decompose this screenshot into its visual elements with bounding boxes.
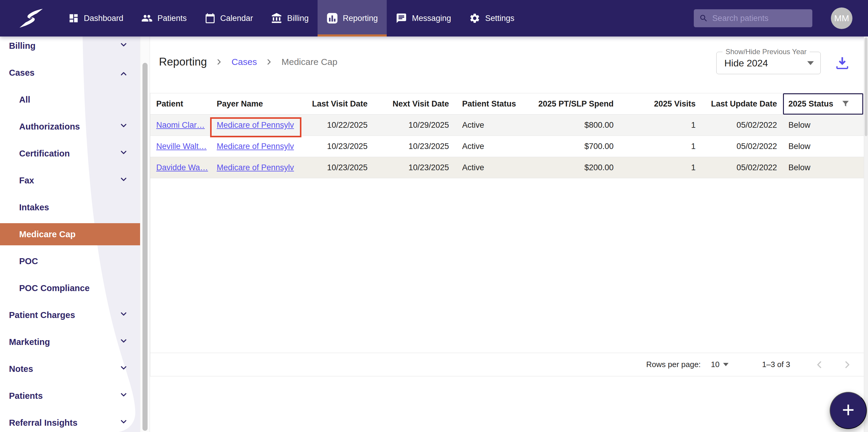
- chevron-down-icon[interactable]: [119, 148, 128, 159]
- nav-item-label: Calendar: [220, 14, 253, 23]
- sidebar-item-notes[interactable]: Notes: [0, 356, 150, 383]
- sidebar-scrollbar-thumb[interactable]: [143, 63, 148, 431]
- cell-cap_status: Below: [778, 142, 864, 151]
- sidebar-item-billing[interactable]: Billing: [0, 36, 150, 59]
- nav-item-patients[interactable]: Patients: [132, 0, 196, 36]
- column-header-patient[interactable]: Patient: [150, 99, 216, 109]
- sidebar-item-poc[interactable]: POC: [0, 248, 150, 275]
- column-header-label: 2025 Visits: [654, 99, 695, 108]
- sidebar-item-patient-charges[interactable]: Patient Charges: [0, 302, 150, 329]
- chevron-down-icon[interactable]: [119, 40, 128, 52]
- column-header-2025-visits[interactable]: 2025 Visits: [615, 99, 697, 109]
- sidebar-item-label: Marketing: [9, 337, 50, 347]
- table-pagination: Rows per page: 10 1–3 of 3: [150, 353, 864, 376]
- sidebar-item-cases[interactable]: Cases: [0, 59, 150, 86]
- chevron-up-icon[interactable]: [119, 67, 128, 78]
- sidebar-item-marketing[interactable]: Marketing: [0, 329, 150, 356]
- cell-next_visit: 10/23/2025: [369, 142, 450, 151]
- patient-link[interactable]: Naomi Clar…: [156, 121, 205, 130]
- rows-per-page-label: Rows per page:: [646, 360, 701, 369]
- previous-page-button[interactable]: [813, 359, 825, 370]
- nav-item-billing[interactable]: Billing: [262, 0, 317, 36]
- nav-item-label: Settings: [485, 14, 515, 23]
- patients-icon: [141, 12, 153, 24]
- nav-item-label: Dashboard: [84, 14, 123, 23]
- page-scrollbar-thumb[interactable]: [865, 37, 867, 136]
- chevron-down-icon: [807, 61, 814, 65]
- nav-item-reporting[interactable]: Reporting: [317, 0, 387, 36]
- column-header-patient-status[interactable]: Patient Status: [450, 99, 516, 109]
- cell-status: Active: [450, 163, 516, 172]
- page-scrollbar[interactable]: [864, 36, 868, 432]
- sidebar-item-referral-insights[interactable]: Referral Insights: [0, 409, 150, 432]
- reporting-sidebar: BillingCasesAllAuthorizationsCertificati…: [0, 36, 150, 432]
- payer-link[interactable]: Medicare of Pennsylv: [217, 142, 294, 151]
- column-header-next-visit-date[interactable]: Next Visit Date: [369, 99, 450, 109]
- sidebar-item-label: Certification: [19, 149, 70, 159]
- sidebar-item-authorizations[interactable]: Authorizations: [0, 113, 150, 140]
- cell-last_visit: 10/23/2025: [306, 142, 369, 151]
- nav-item-settings[interactable]: Settings: [460, 0, 524, 36]
- sidebar-item-label: Medicare Cap: [19, 229, 76, 239]
- show-hide-previous-year-select[interactable]: Show/Hide Previous Year Hide 2024: [716, 52, 821, 74]
- chevron-right-icon: [265, 58, 274, 66]
- chevron-down-icon[interactable]: [119, 121, 128, 132]
- rows-per-page-select[interactable]: 10: [711, 360, 728, 369]
- user-avatar[interactable]: MM: [831, 7, 852, 29]
- column-header-last-visit-date[interactable]: Last Visit Date: [306, 99, 369, 109]
- nav-item-label: Reporting: [343, 14, 378, 23]
- sidebar-item-patients[interactable]: Patients: [0, 383, 150, 409]
- sidebar-item-label: All: [19, 95, 30, 105]
- chevron-down-icon[interactable]: [119, 417, 128, 428]
- cell-status: Active: [450, 121, 516, 130]
- column-header-2025-pt-slp-spend[interactable]: 2025 PT/SLP Spend: [516, 99, 615, 109]
- breadcrumb-link-cases[interactable]: Cases: [231, 57, 257, 67]
- payer-link[interactable]: Medicare of Pennsylv: [217, 163, 294, 172]
- sidebar-item-medicare-cap[interactable]: Medicare Cap: [0, 223, 140, 245]
- column-header-last-update-date[interactable]: Last Update Date: [697, 99, 778, 109]
- column-header-2025-status[interactable]: 2025 Status: [778, 99, 864, 109]
- column-header-label: 2025 PT/SLP Spend: [538, 99, 614, 108]
- download-button[interactable]: [835, 55, 850, 71]
- cell-spend: $800.00: [516, 121, 615, 130]
- sidebar-scrollbar[interactable]: [140, 36, 150, 432]
- column-header-payer-name[interactable]: Payer Name: [216, 99, 306, 109]
- cell-cap_status: Below: [778, 121, 864, 130]
- sidebar-item-intakes[interactable]: Intakes: [0, 194, 150, 221]
- chevron-down-icon[interactable]: [119, 337, 128, 347]
- nav-right-group: MM: [694, 0, 868, 36]
- nav-item-messaging[interactable]: Messaging: [387, 0, 460, 36]
- select-value: Hide 2024: [724, 58, 768, 68]
- cell-patient: Davidde Wa…: [150, 163, 216, 172]
- sidebar-item-label: POC Compliance: [19, 283, 90, 293]
- nav-item-label: Billing: [287, 14, 309, 23]
- table-row[interactable]: Davidde Wa…Medicare of Pennsylv10/23/202…: [150, 157, 864, 178]
- sidebar-item-certification[interactable]: Certification: [0, 140, 150, 167]
- chevron-down-icon[interactable]: [119, 390, 128, 401]
- sidebar-item-poc-compliance[interactable]: POC Compliance: [0, 275, 150, 302]
- sidebar-item-all[interactable]: All: [0, 86, 150, 113]
- patient-link[interactable]: Davidde Wa…: [156, 163, 208, 172]
- chevron-down-icon[interactable]: [119, 175, 128, 186]
- sidebar-item-fax[interactable]: Fax: [0, 167, 150, 194]
- chevron-down-icon[interactable]: [119, 310, 128, 321]
- patient-link[interactable]: Neville Walt…: [156, 142, 207, 151]
- messaging-icon: [396, 12, 407, 24]
- next-page-button[interactable]: [842, 359, 853, 370]
- cell-patient: Neville Walt…: [150, 142, 216, 151]
- chevron-down-icon[interactable]: [119, 364, 128, 374]
- nav-item-dashboard[interactable]: Dashboard: [59, 0, 132, 36]
- payer-link[interactable]: Medicare of Pennsylv: [217, 121, 294, 130]
- filter-icon[interactable]: [841, 99, 850, 108]
- table-row[interactable]: Naomi Clar…Medicare of Pennsylv10/22/202…: [150, 114, 864, 136]
- medicare-cap-table: PatientPayer NameLast Visit DateNext Vis…: [150, 93, 864, 376]
- brand-s-icon: [17, 7, 45, 29]
- search-input[interactable]: [712, 14, 807, 23]
- nav-item-calendar[interactable]: Calendar: [196, 0, 262, 36]
- add-button[interactable]: +: [830, 392, 867, 429]
- cell-visits: 1: [615, 142, 697, 151]
- table-row[interactable]: Neville Walt…Medicare of Pennsylv10/23/2…: [150, 136, 864, 157]
- search-box[interactable]: [694, 9, 812, 27]
- sidebar-item-label: Cases: [9, 68, 34, 78]
- app-logo[interactable]: [0, 0, 59, 36]
